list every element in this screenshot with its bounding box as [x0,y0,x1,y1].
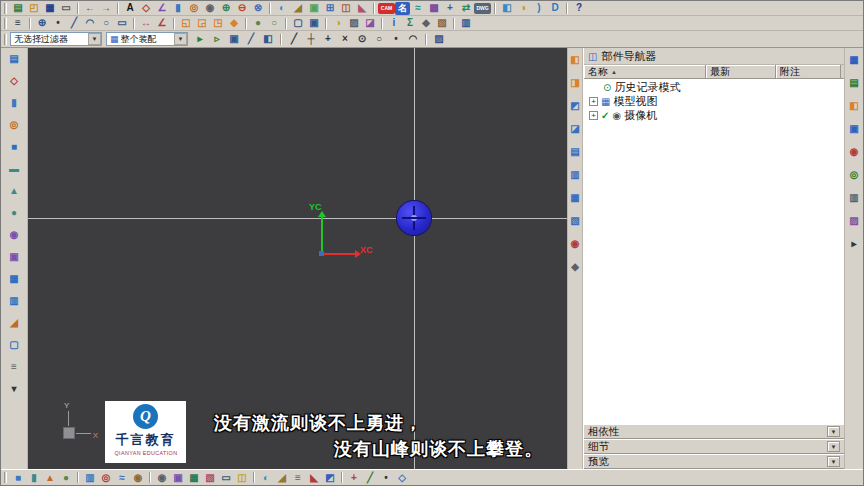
save-icon[interactable]: ▦ [42,1,58,15]
orient-isometric-icon[interactable]: ◆ [226,16,242,30]
view-section-icon[interactable]: ◧ [499,1,515,15]
boss-icon[interactable]: ◉ [6,227,22,242]
selection-scope-icon[interactable]: ▨ [431,32,447,46]
column-name[interactable]: 名称 ▲ [584,65,706,78]
mirror-feature-icon[interactable]: ◫ [338,1,354,15]
split-body-icon[interactable]: ◩ [322,471,338,485]
extrude-icon[interactable]: ▮ [170,1,186,15]
feature-tube-icon[interactable]: ◉ [130,471,146,485]
orient-right-icon[interactable]: ◳ [210,16,226,30]
part-navigator-titlebar[interactable]: ◫ 部件导航器 [584,48,844,65]
snap-center-icon[interactable]: ⊙ [354,32,370,46]
redo-icon[interactable]: → [98,1,114,15]
feature-extrude-icon[interactable]: ▥ [82,471,98,485]
unite-icon[interactable]: ⊕ [218,1,234,15]
draft-icon[interactable]: ◢ [6,315,22,330]
revolve-left-icon[interactable]: ◎ [6,117,22,132]
view-front-icon[interactable]: ▤ [567,144,583,159]
datum-plane-icon[interactable]: ◇ [138,1,154,15]
snap-midpoint-icon[interactable]: ┼ [303,32,319,46]
new-icon[interactable]: ▤ [10,1,26,15]
datum-csys-icon[interactable]: + [346,471,362,485]
window-icon[interactable]: ▢ [290,16,306,30]
assemblies-icon[interactable]: ▩ [426,1,442,15]
chevron-down-icon[interactable]: ▼ [827,441,840,452]
view-trimetric-icon[interactable]: ◧ [567,52,583,67]
tree-row-history-mode[interactable]: ⊙ 历史记录模式 [584,80,844,94]
chevron-down-icon[interactable]: ▼ [827,456,840,467]
sphere-icon[interactable]: ● [6,205,22,220]
tree-row-model-views[interactable]: + ▦ 模型视图 [584,94,844,108]
thread-icon[interactable]: ≡ [6,359,22,374]
view-back-icon[interactable]: ▥ [567,167,583,182]
view-right-icon[interactable]: ▧ [567,213,583,228]
datum-axis-icon[interactable]: ╱ [362,471,378,485]
open-icon[interactable]: ◰ [26,1,42,15]
view-left-icon[interactable]: ▦ [567,190,583,205]
select-body-icon[interactable]: ◧ [260,32,276,46]
view-isometric-icon[interactable]: ◨ [567,75,583,90]
feature-sweep-icon[interactable]: ≈ [114,471,130,485]
shaded-mode-icon[interactable]: ● [250,16,266,30]
section-preview[interactable]: 预览 ▼ [584,454,844,469]
material-icon[interactable]: ▧ [434,16,450,30]
chevron-down-icon[interactable]: ▼ [88,33,101,45]
undo-icon[interactable]: ← [82,1,98,15]
hd3d-tools-icon[interactable]: ◉ [846,144,862,159]
menu-icon[interactable]: ≡ [10,16,26,30]
reuse-library-icon[interactable]: ▣ [846,121,862,136]
view-bottom-icon[interactable]: ◪ [567,121,583,136]
feature-slot-icon[interactable]: ▭ [218,471,234,485]
feature-hole-icon[interactable]: ◉ [154,471,170,485]
lighting-icon[interactable]: ◑ [330,16,346,30]
trim-bottom-icon[interactable]: ◣ [306,471,322,485]
section-details[interactable]: 细节 ▼ [584,439,844,454]
revolve-icon[interactable]: ◎ [186,1,202,15]
feature-pad-icon[interactable]: ▧ [202,471,218,485]
circle-icon[interactable]: ○ [98,16,114,30]
orient-top-icon[interactable]: ◱ [178,16,194,30]
cam-icon[interactable]: CAM [378,3,395,14]
column-comment[interactable]: 附注 [776,65,841,78]
wave-link-icon[interactable]: ≈ [410,1,426,15]
rectangle-icon[interactable]: ▭ [114,16,130,30]
feature-block-icon[interactable]: ■ [10,471,26,485]
pattern-feature-icon[interactable]: ⊞ [322,1,338,15]
extrude-left-icon[interactable]: ▮ [6,95,22,110]
more-tools-icon[interactable]: ▾ [6,381,22,396]
chamfer-bottom-icon[interactable]: ◢ [274,471,290,485]
angle-dimension-icon[interactable]: ∠ [154,16,170,30]
point-set-icon[interactable]: • [378,471,394,485]
feature-groove-icon[interactable]: ◫ [234,471,250,485]
snap-control-point-icon[interactable]: + [320,32,336,46]
cone-icon[interactable]: ▲ [6,183,22,198]
help-icon[interactable]: ? [571,1,587,15]
dimension-icon[interactable]: ↔ [138,16,154,30]
name-icon[interactable]: 名 [395,2,410,15]
arc-tool-icon[interactable]: D [547,1,563,15]
column-latest[interactable]: 最新 [706,65,776,78]
plane-icon[interactable]: ◇ [394,471,410,485]
checkmark-icon[interactable]: ✓ [601,110,609,121]
background-icon[interactable]: ▨ [346,16,362,30]
point-icon[interactable]: • [50,16,66,30]
chamfer-icon[interactable]: ◢ [290,1,306,15]
hole-icon[interactable]: ◉ [202,1,218,15]
expand-plus-icon[interactable]: + [589,111,598,120]
feature-pocket-icon[interactable]: ▦ [186,471,202,485]
expand-plus-icon[interactable]: + [589,97,598,106]
snap-intersection-icon[interactable]: × [337,32,353,46]
intersect-icon[interactable]: ⊗ [250,1,266,15]
system-materials-icon[interactable]: ▸ [846,236,862,251]
dwg-export-icon[interactable]: DWG [474,3,491,14]
chevron-down-icon[interactable]: ▼ [827,426,840,437]
block-icon[interactable]: ■ [6,139,22,154]
history-palette-icon[interactable]: ▥ [846,190,862,205]
trim-body-icon[interactable]: ◣ [354,1,370,15]
assembly-navigator-icon[interactable]: ▦ [846,52,862,67]
analysis-icon[interactable]: Σ [402,16,418,30]
feature-boss-icon[interactable]: ▣ [170,471,186,485]
maximize-view-icon[interactable]: ▣ [306,16,322,30]
move-component-icon[interactable]: ⇄ [458,1,474,15]
selection-mode-icon[interactable]: ▸ [192,32,208,46]
